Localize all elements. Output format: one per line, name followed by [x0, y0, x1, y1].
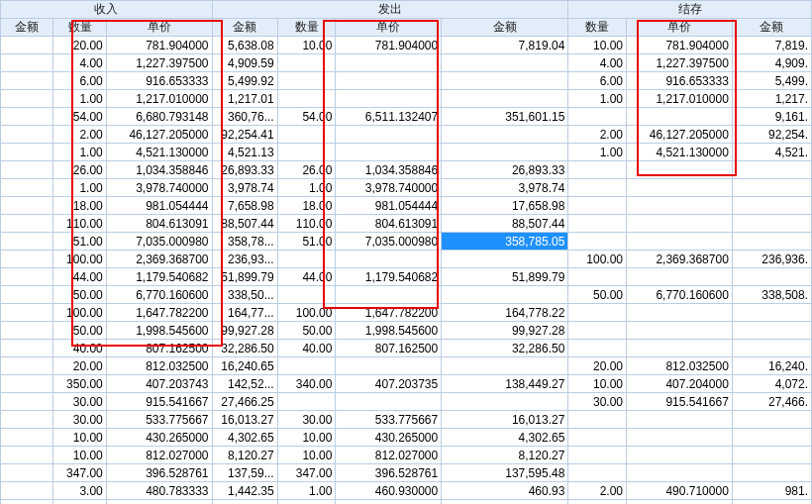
cell-issue-qty[interactable]: 110.00 — [277, 215, 336, 233]
cell-income-price[interactable]: 46,127.205000 — [106, 126, 212, 144]
cell-income-qty[interactable]: 1.00 — [53, 90, 106, 108]
cell-issue-amount[interactable]: 88,507.44 — [442, 215, 568, 233]
cell-balance-price[interactable]: 916.653333 — [627, 72, 733, 90]
cell-income-qty[interactable]: 6.00 — [53, 72, 106, 90]
cell-income-price[interactable]: 4,521.130000 — [106, 144, 212, 161]
cell-income-qty[interactable]: 350.00 — [53, 375, 106, 393]
cell-issue-amount-pre[interactable]: 32,286.50 — [212, 340, 277, 357]
cell-issue-amount-pre[interactable]: 164,77... — [212, 304, 277, 322]
cell-balance-qty[interactable] — [568, 197, 627, 215]
cell-income-qty[interactable]: 100.00 — [53, 304, 106, 322]
table-row[interactable]: 51.007,035.000980358,78...51.007,035.000… — [1, 233, 812, 251]
cell-balance-qty[interactable]: 30.00 — [568, 393, 627, 411]
table-row[interactable]: 10.00430.2650004,302.6510.00430.2650004,… — [1, 429, 812, 447]
cell-issue-amount-pre[interactable]: 1,217.01 — [212, 90, 277, 108]
cell-issue-qty[interactable]: 30.00 — [277, 411, 336, 429]
cell-income-amount[interactable] — [1, 233, 53, 251]
cell-income-qty[interactable]: 51.00 — [53, 233, 106, 251]
cell-income-price[interactable]: 915.541667 — [106, 393, 212, 411]
cell-balance-price[interactable] — [627, 161, 733, 179]
table-row[interactable]: 30.00915.54166727,466.2530.00915.5416672… — [1, 393, 812, 411]
cell-income-qty[interactable]: 1.00 — [53, 144, 106, 161]
cell-balance-amount[interactable]: 1,217. — [732, 90, 811, 108]
cell-balance-price[interactable]: 2,369.368700 — [627, 251, 733, 268]
cell-balance-qty[interactable]: 20.00 — [568, 357, 627, 375]
cell-balance-amount[interactable] — [732, 215, 811, 233]
cell-income-price[interactable]: 430.265000 — [106, 429, 212, 447]
cell-issue-price[interactable]: 807.162500 — [336, 340, 442, 357]
cell-income-amount[interactable] — [1, 179, 53, 197]
cell-balance-amount[interactable] — [732, 411, 811, 429]
cell-issue-amount[interactable] — [442, 393, 568, 411]
cell-issue-price[interactable]: 533.775667 — [336, 411, 442, 429]
cell-income-price[interactable]: 480.783333 — [106, 482, 212, 500]
cell-issue-price[interactable] — [336, 54, 442, 72]
cell-income-qty[interactable]: 30.00 — [53, 393, 106, 411]
cell-issue-qty[interactable] — [277, 90, 336, 108]
cell-issue-price[interactable]: 6,511.132407 — [336, 108, 442, 126]
cell-income-price[interactable]: 1,998.545600 — [106, 322, 212, 340]
cell-issue-qty[interactable]: 18.00 — [277, 197, 336, 215]
cell-income-amount[interactable] — [1, 108, 53, 126]
cell-balance-amount[interactable] — [732, 429, 811, 447]
cell-income-amount[interactable] — [1, 464, 53, 482]
table-row[interactable]: 44.001,179.54068251,899.7944.001,179.540… — [1, 268, 812, 286]
cell-issue-qty[interactable] — [277, 286, 336, 304]
cell-income-amount[interactable] — [1, 304, 53, 322]
table-row[interactable]: 4.001,227.3975004,909.594.001,227.397500… — [1, 54, 812, 72]
cell-issue-amount[interactable]: 32,286.50 — [442, 340, 568, 357]
cell-issue-amount-pre[interactable]: 358,78... — [212, 233, 277, 251]
cell-balance-price[interactable]: 1,217.010000 — [627, 90, 733, 108]
cell-balance-amount[interactable]: 4,072. — [732, 375, 811, 393]
cell-income-price[interactable]: 981.054444 — [106, 197, 212, 215]
cell-balance-amount[interactable]: 4,909. — [732, 54, 811, 72]
cell-balance-price[interactable] — [627, 322, 733, 340]
cell-balance-qty[interactable]: 50.00 — [568, 286, 627, 304]
cell-income-price[interactable]: 1,647.782200 — [106, 304, 212, 322]
cell-balance-amount[interactable]: 27,466. — [732, 393, 811, 411]
cell-balance-qty[interactable]: 1.00 — [568, 90, 627, 108]
table-row[interactable]: 2.0046,127.20500092,254.412.0046,127.205… — [1, 126, 812, 144]
cell-income-price[interactable]: 804.613091 — [106, 215, 212, 233]
cell-issue-amount-pre[interactable]: 88,507.44 — [212, 215, 277, 233]
cell-income-amount[interactable] — [1, 393, 53, 411]
table-row[interactable]: 3.00480.7833331,442.351.00460.930000460.… — [1, 482, 812, 500]
cell-balance-amount[interactable] — [732, 322, 811, 340]
cell-issue-price[interactable]: 781.904000 — [336, 37, 442, 54]
table-row[interactable]: 350.00407.203743142,52...340.00407.20373… — [1, 375, 812, 393]
cell-issue-amount[interactable]: 16,013.27 — [442, 411, 568, 429]
cell-balance-qty[interactable] — [568, 429, 627, 447]
cell-issue-amount[interactable]: 51,899.79 — [442, 268, 568, 286]
cell-income-amount[interactable] — [1, 500, 53, 505]
cell-income-qty[interactable]: 3.00 — [53, 482, 106, 500]
cell-income-price[interactable]: 916.653333 — [106, 72, 212, 90]
cell-income-qty[interactable]: 4.00 — [53, 54, 106, 72]
cell-income-price[interactable]: 1,217.010000 — [106, 90, 212, 108]
cell-balance-qty[interactable]: 4.00 — [568, 54, 627, 72]
cell-income-price[interactable]: 1,227.397500 — [106, 54, 212, 72]
cell-issue-qty[interactable]: 50.00 — [277, 322, 336, 340]
cell-balance-amount[interactable]: 4,521. — [732, 144, 811, 161]
cell-balance-amount[interactable]: 5,499. — [732, 72, 811, 90]
cell-income-amount[interactable] — [1, 411, 53, 429]
cell-balance-price[interactable] — [627, 197, 733, 215]
table-row[interactable]: 1.004,521.1300004,521.131.004,521.130000… — [1, 144, 812, 161]
cell-issue-qty[interactable]: 54.00 — [277, 108, 336, 126]
cell-balance-amount[interactable]: 338,508. — [732, 286, 811, 304]
cell-issue-qty[interactable]: 20.00 — [277, 500, 336, 505]
cell-balance-qty[interactable] — [568, 500, 627, 505]
cell-issue-qty[interactable] — [277, 357, 336, 375]
cell-income-qty[interactable]: 10.00 — [53, 429, 106, 447]
cell-issue-price[interactable]: 1,034.358846 — [336, 161, 442, 179]
cell-income-amount[interactable] — [1, 429, 53, 447]
cell-balance-amount[interactable] — [732, 197, 811, 215]
table-row[interactable]: 1.003,978.7400003,978.741.003,978.740000… — [1, 179, 812, 197]
cell-issue-qty[interactable] — [277, 393, 336, 411]
cell-balance-price[interactable]: 915.541667 — [627, 393, 733, 411]
cell-balance-amount[interactable]: 9,161. — [732, 108, 811, 126]
cell-balance-price[interactable]: 407.204000 — [627, 375, 733, 393]
cell-issue-amount[interactable] — [442, 357, 568, 375]
cell-income-price[interactable]: 6,770.160600 — [106, 286, 212, 304]
cell-income-price[interactable]: 1,034.358846 — [106, 161, 212, 179]
cell-issue-amount[interactable]: 358,785.05 — [442, 233, 568, 251]
